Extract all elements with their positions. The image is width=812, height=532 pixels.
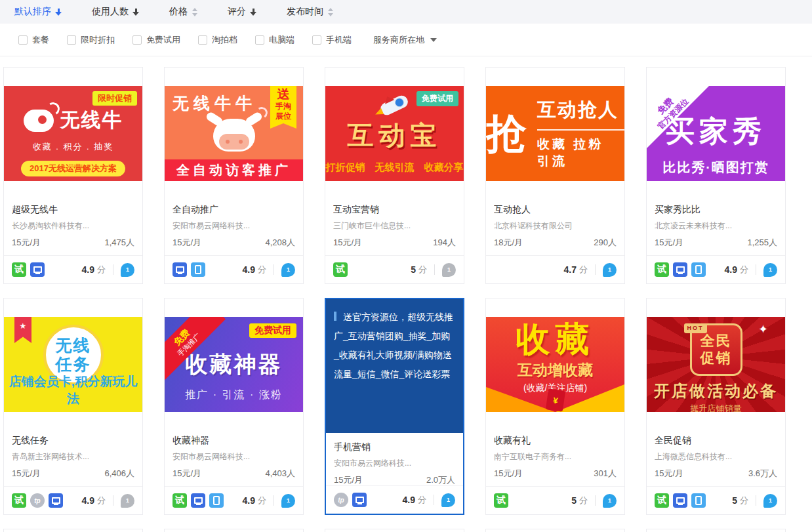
wangwang-icon[interactable]: 1 xyxy=(763,263,777,277)
bookmark-ribbon: ★ xyxy=(14,317,31,343)
arrow-down-icon xyxy=(132,9,139,16)
card-description-overlay: 送官方资源位，超级无线推广_互动营销团购_抽奖_加购_收藏有礼大师视频/满购物送… xyxy=(326,299,463,433)
service-card[interactable]: 免费 手淘推广 免费试用 收藏神器 推广 · 引流 · 涨粉 收藏神器 安阳市易… xyxy=(164,298,304,515)
wangwang-icon[interactable]: 1 xyxy=(441,493,455,507)
sort-default-label: 默认排序 xyxy=(14,6,51,18)
filter-limited-discount[interactable]: 限时折扣 xyxy=(67,34,115,46)
sort-users[interactable]: 使用人数 xyxy=(92,6,139,18)
sort-rating-label: 评分 xyxy=(228,6,246,18)
card-users: 1,475人 xyxy=(104,238,134,247)
wangwang-icon[interactable]: 1 xyxy=(281,263,295,277)
hot-tag: HOT xyxy=(684,323,707,333)
desktop-icon xyxy=(191,493,205,508)
trial-badge-icon: 试 xyxy=(173,493,187,508)
service-card-selected[interactable]: 送官方资源位，超级无线推广_互动营销团购_抽奖_加购_收藏有礼大师视频/满购物送… xyxy=(325,298,464,515)
card-title[interactable]: 全民促销 xyxy=(655,436,777,445)
filter-package[interactable]: 套餐 xyxy=(18,34,49,46)
card-company: 北京科讴科技有限公司 xyxy=(494,222,617,230)
trial-badge-icon: 试 xyxy=(333,262,348,277)
card-price: 15元/月 xyxy=(655,238,683,247)
wangwang-icon[interactable]: 1 xyxy=(121,263,134,277)
card-price: 15元/月 xyxy=(334,476,363,484)
card-title[interactable]: 全自动推广 xyxy=(173,205,295,214)
card-price: 15元/月 xyxy=(173,469,201,478)
card-price: 15元/月 xyxy=(494,469,523,478)
service-card[interactable]: ★ 无线 任务 店铺会员卡,积分新玩儿法 无线任务 青岛新主张网络技术... 1… xyxy=(3,298,143,515)
card-title[interactable]: 收藏有礼_ xyxy=(494,436,617,445)
card-users: 4,403人 xyxy=(265,469,295,478)
wangwang-icon[interactable]: 1 xyxy=(603,494,617,508)
sort-publish-time[interactable]: 发布时间 xyxy=(287,6,333,18)
service-card[interactable]: 限时促销 无线牛 收藏 . 积分 . 抽奖 2017无线运营解决方案 超级无线牛… xyxy=(3,67,143,284)
filter-package-label: 套餐 xyxy=(32,34,49,46)
sort-updown-icon xyxy=(328,8,333,16)
mobile-icon xyxy=(691,493,706,508)
card-title[interactable]: 手机营销 xyxy=(334,442,455,451)
trial-badge-icon: 试 xyxy=(655,493,669,508)
checkbox-icon[interactable] xyxy=(67,35,76,45)
sort-publish-time-label: 发布时间 xyxy=(287,6,323,18)
sort-default[interactable]: 默认排序 xyxy=(14,6,62,18)
service-card[interactable]: 收藏 互动增收藏 (收藏/关注店铺) ¥ 收藏有礼_ 南宁互联电子商务有... … xyxy=(485,298,625,515)
wangwang-icon[interactable]: 1 xyxy=(442,263,456,277)
card-rating: 4.9 xyxy=(243,264,255,275)
checkbox-icon[interactable] xyxy=(198,35,207,45)
filter-desktop[interactable]: 电脑端 xyxy=(255,34,294,46)
service-card[interactable] xyxy=(164,529,304,532)
checkbox-icon[interactable] xyxy=(132,35,142,45)
wangwang-icon[interactable]: 1 xyxy=(121,494,134,508)
filter-desktop-label: 电脑端 xyxy=(269,34,294,46)
checkbox-icon[interactable] xyxy=(18,35,28,45)
card-title[interactable]: 买家秀比比 xyxy=(655,205,777,214)
card-company: 安阳市易云网络科技... xyxy=(334,459,455,467)
card-company: 三门峡市巨牛信息技... xyxy=(333,222,456,230)
card-title[interactable]: 无线任务 xyxy=(12,436,134,445)
filter-bar: 套餐 限时折扣 免费试用 淘拍档 电脑端 手机端 服务商所在地 xyxy=(0,24,812,56)
service-card[interactable]: 免费试用 互动宝 打折促销 无线引流 收藏分享 互动宝营销 三门峡市巨牛信息技.… xyxy=(325,67,464,284)
banner-pill: 2017无线运营解决方案 xyxy=(21,161,125,176)
wangwang-icon[interactable]: 1 xyxy=(603,263,617,277)
red-envelope-icon: ¥ xyxy=(545,388,565,411)
card-price: 15元/月 xyxy=(12,238,41,247)
card-users: 3.6万人 xyxy=(748,469,777,478)
filter-mobile[interactable]: 手机端 xyxy=(312,34,352,46)
desktop-icon xyxy=(673,262,687,277)
sort-users-label: 使用人数 xyxy=(92,6,129,18)
card-title[interactable]: 互动宝营销 xyxy=(333,205,456,214)
service-card[interactable] xyxy=(485,529,625,532)
card-title[interactable]: 收藏神器 xyxy=(173,436,295,445)
card-title[interactable]: 超级无线牛 xyxy=(12,205,134,214)
arrow-down-icon xyxy=(250,9,256,16)
service-card[interactable]: 无线牛牛 送 手淘 展位 全自动访客推广 全自动推广 安阳市易云网络科技... … xyxy=(164,67,304,284)
card-banner-image: 限时促销 无线牛 收藏 . 积分 . 抽奖 2017无线运营解决方案 xyxy=(4,86,142,181)
rocket-icon xyxy=(377,94,413,116)
filter-taopaidang-label: 淘拍档 xyxy=(212,34,237,46)
banner-strip: 全自动访客推广 xyxy=(165,159,303,181)
service-card[interactable]: 免费 官方资源位 买家秀 比比秀·晒图打赏 买家秀比比 北京凌云未来科技有...… xyxy=(646,67,786,284)
card-banner-image: 抢 互动抢人 收藏 拉粉 引流 xyxy=(486,86,624,181)
card-title[interactable]: 互动抢人 xyxy=(494,205,617,214)
filter-taopaidang[interactable]: 淘拍档 xyxy=(198,34,237,46)
service-card[interactable]: 抢 互动抢人 收藏 拉粉 引流 互动抢人 北京科讴科技有限公司 18元/月 29… xyxy=(485,67,625,284)
card-users: 1,255人 xyxy=(747,238,777,247)
sort-price[interactable]: 价格 xyxy=(169,6,197,18)
sort-rating[interactable]: 评分 xyxy=(228,6,256,18)
checkbox-icon[interactable] xyxy=(312,35,321,45)
filter-free-trial[interactable]: 免费试用 xyxy=(132,34,180,46)
banner-title: 无线牛牛 xyxy=(173,92,256,114)
provider-location-dropdown[interactable]: 服务商所在地 xyxy=(373,34,437,46)
gift-ribbon: 送 手淘 展位 xyxy=(270,86,296,129)
service-card[interactable]: ✦ HOT 全民 促销 开店做活动必备 提升店铺销量 全民促销 上海微悉信息科技… xyxy=(646,298,786,515)
service-card[interactable] xyxy=(325,529,464,532)
checkbox-icon[interactable] xyxy=(255,35,264,45)
service-card[interactable] xyxy=(3,529,143,532)
card-users: 2.0万人 xyxy=(426,476,455,484)
wangwang-icon[interactable]: 1 xyxy=(281,494,295,508)
service-card[interactable] xyxy=(646,529,786,532)
card-users: 4,208人 xyxy=(265,238,295,247)
filter-free-trial-label: 免费试用 xyxy=(146,34,180,46)
desktop-icon xyxy=(30,262,45,277)
desktop-icon xyxy=(49,493,63,508)
wangwang-icon[interactable]: 1 xyxy=(763,494,777,508)
trial-badge-icon: 试 xyxy=(12,262,26,277)
